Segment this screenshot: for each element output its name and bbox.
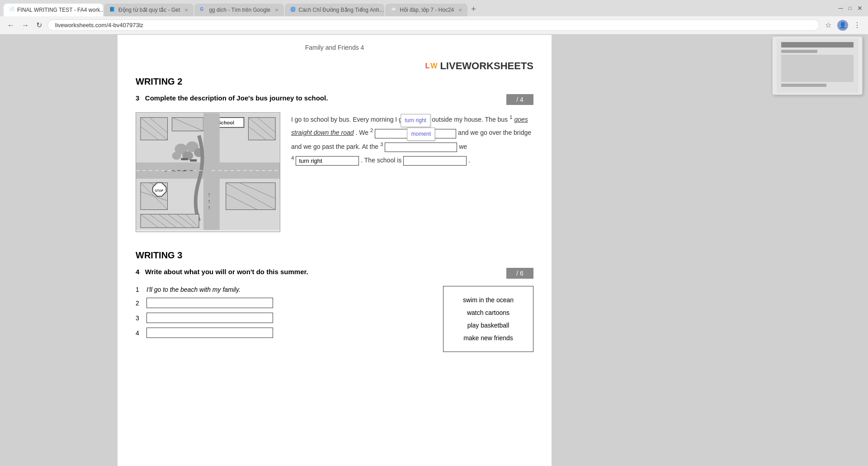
logo-text: LIVEWORKSHEETS [440,60,533,72]
tab2-close[interactable]: ✕ [184,8,188,13]
sentence-text-1: I'll go to the beach with my family. [146,286,241,293]
tab1-favicon: 📄 [9,7,14,13]
tab-google[interactable]: G gg dich - Tìm trên Google ✕ [194,4,284,16]
map-image: School [136,112,280,232]
writing3-question-text: 4 Write about what you will or won't do … [136,268,308,276]
star-icon[interactable]: ☆ [823,20,834,31]
series-title: Family and Friends 4 [136,44,533,51]
writing3-title: WRITING 3 [136,250,533,261]
text-school-is: . The school is [361,156,403,163]
tab3-close[interactable]: ✕ [275,8,278,13]
back-button[interactable]: ← [5,19,16,31]
writing3-score: / 6 [506,268,533,279]
svg-rect-25 [181,158,188,160]
writing2-question-header: 3 Complete the description of Joe's bus … [136,94,533,105]
input4-wrapper [296,154,359,166]
word-box-item-1: swim in the ocean [453,294,524,306]
tab5-label: Hỏi đáp, lớp 7 - Hoc24 [400,7,454,13]
svg-text:↑: ↑ [208,191,211,198]
tab-dong-tu[interactable]: 📘 Động từ bất quy tắc - Get ✕ [104,4,193,16]
writing3-body: 1 I'll go to the beach with my family. 2… [136,286,533,352]
sentence-row-4: 4 [136,328,432,338]
close-button[interactable]: ✕ [855,3,864,14]
svg-rect-19 [203,113,220,230]
tab3-label: gg dich - Tìm trên Google [209,7,270,13]
q3-text: Complete the description of Joe's bus jo… [145,94,328,102]
refresh-button[interactable]: ↻ [34,19,44,31]
logo-icon: LW [425,62,438,70]
main-layout: Family and Friends 4 LW LIVEWORKSHEETS W… [0,35,868,466]
sentences-list: 1 I'll go to the beach with my family. 2… [136,286,432,352]
q4-num: 4 [136,268,143,276]
autocomplete-popup-2: turn right [401,114,430,127]
svg-rect-1 [781,42,854,48]
sidebar-left [0,35,118,466]
maximize-button[interactable]: □ [847,3,854,13]
writing3-section: WRITING 3 4 Write about what you will or… [136,250,533,352]
browser-chrome: 📄 FINAL WRITING TEST - FA4 work... ✕ 📘 Đ… [0,0,868,35]
tab-bar: 📄 FINAL WRITING TEST - FA4 work... ✕ 📘 Đ… [0,0,868,16]
q4-text: Write about what you will or won't do th… [145,268,308,276]
input3-wrapper: moment [385,141,457,153]
address-input[interactable] [47,19,819,31]
sup2: 2 [370,127,373,133]
text-content: I go to school by bus. Every morning I g… [291,112,533,232]
text-period: . [468,156,470,163]
tab5-close[interactable]: ✕ [458,8,462,13]
sup1: 1 [509,114,512,120]
profile-icon[interactable]: 👤 [837,20,848,31]
svg-rect-26 [190,159,197,162]
svg-rect-4 [781,84,826,87]
writing2-score: / 4 [506,94,533,105]
tab4-favicon: 🌀 [290,7,296,13]
sup3: 3 [380,141,383,147]
word-box: swim in the ocean watch cartoons play ba… [443,286,533,352]
word-box-item-4: make new friends [453,332,524,344]
toolbar-icons: ☆ 👤 ⋮ [823,20,863,31]
sidebar-right [552,35,642,466]
content-area: Family and Friends 4 LW LIVEWORKSHEETS W… [118,35,552,466]
menu-icon[interactable]: ⋮ [852,20,863,31]
tab2-label: Động từ bất quy tắc - Get [118,7,180,13]
tab1-label: FINAL WRITING TEST - FA4 work... [17,7,103,13]
tab4-label: Cách Chỉ Đường Bằng Tiếng Anh... [298,7,384,13]
sentence-input-4[interactable] [146,328,273,338]
tab3-favicon: G [200,7,206,13]
word-box-item-2: watch cartoons [453,306,524,319]
preview-content [773,37,862,95]
word-box-item-3: play basketball [453,319,524,332]
writing2-title: WRITING 2 [136,76,533,87]
tab2-favicon: 📘 [109,7,116,13]
minimize-button[interactable]: ─ [837,3,845,14]
sentence-num-1: 1 [136,286,143,293]
input5-wrapper [403,154,467,166]
sentence-row-1: 1 I'll go to the beach with my family. [136,286,432,293]
tab-hoidap[interactable]: ☁️ Hỏi đáp, lớp 7 - Hoc24 ✕ [385,4,467,16]
input-blank-3[interactable] [385,143,457,152]
paragraph-start: I go to school by bus. Every morning I g… [291,116,509,123]
sentence-num-4: 4 [136,329,143,337]
autocomplete-popup-3: moment [407,128,435,141]
sentence-num-3: 3 [136,314,143,322]
writing2-section: WRITING 2 3 Complete the description of … [136,76,533,232]
input-blank-5[interactable] [403,156,467,166]
profile-preview-panel [772,36,863,95]
new-tab-button[interactable]: + [468,5,479,14]
q3-num: 3 [136,94,143,102]
logo: LW LIVEWORKSHEETS [136,60,533,72]
sentence-input-3[interactable] [146,313,273,323]
writing2-question-text: 3 Complete the description of Joe's bus … [136,94,328,102]
writing2-body: School [136,112,533,232]
tab5-favicon: ☁️ [391,7,397,13]
tab-writing-test[interactable]: 📄 FINAL WRITING TEST - FA4 work... ✕ [4,4,103,16]
svg-rect-3 [781,55,854,82]
input-blank-4[interactable] [296,156,359,166]
svg-rect-2 [781,50,817,53]
svg-text:STOP: STOP [155,189,164,192]
tab-cach-chi-duong[interactable]: 🌀 Cách Chỉ Đường Bằng Tiếng Anh... ✕ [285,4,384,16]
sentence-input-2[interactable] [146,298,273,308]
forward-button[interactable]: → [20,19,31,31]
svg-point-23 [172,152,181,160]
sentence-row-3: 3 [136,313,432,323]
writing3-question-header: 4 Write about what you will or won't do … [136,268,533,279]
